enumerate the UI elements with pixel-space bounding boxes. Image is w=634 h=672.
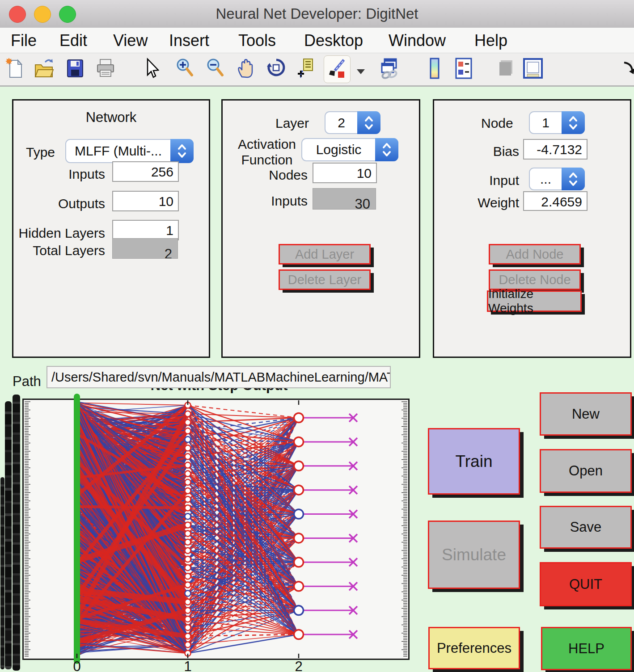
stepper-icon[interactable] (170, 139, 194, 163)
x-tick-2: 2 (285, 659, 312, 672)
hide-plot-tools-icon[interactable] (495, 57, 517, 81)
layer-label: Layer (275, 116, 309, 131)
layer-inputs-label: Inputs (223, 193, 308, 209)
show-plot-tools-dock-icon[interactable] (522, 57, 544, 81)
layer-spinner[interactable]: 2 (325, 111, 380, 134)
simulate-button[interactable]: Simulate (428, 521, 520, 589)
zoom-out-icon[interactable] (205, 57, 226, 81)
nodes-field[interactable]: 10 (313, 163, 377, 183)
path-label: Path (13, 374, 41, 390)
menu-item-view[interactable]: View (113, 31, 148, 50)
activation-function-dropdown[interactable]: Logistic (301, 138, 398, 161)
y-axis-labels-smudge (13, 395, 20, 671)
preferences-button[interactable]: Preferences (428, 627, 520, 669)
add-node-button[interactable]: Add Node (489, 244, 581, 265)
stepper-icon[interactable] (357, 111, 380, 134)
window-title: Neural Net Developer: DigitNet (0, 5, 634, 22)
weight-label: Weight (434, 195, 519, 210)
menu-item-tools[interactable]: Tools (238, 31, 276, 50)
menu-item-help[interactable]: Help (474, 31, 507, 50)
initialize-weights-button[interactable]: Initialize Weights (487, 290, 582, 312)
print-figure-icon[interactable] (95, 57, 116, 81)
layer-inputs-field: 30 (313, 188, 376, 210)
y-axis-labels-smudge (5, 401, 12, 669)
type-label: Type (26, 145, 55, 160)
rotate-3d-icon[interactable] (266, 57, 287, 81)
edit-plot-icon[interactable] (139, 57, 161, 81)
quit-button[interactable]: QUIT (540, 562, 632, 606)
node-label: Node (481, 116, 513, 131)
hidden-layers-field[interactable]: 1 (112, 220, 179, 240)
stepper-icon[interactable] (562, 111, 585, 134)
link-plot-icon[interactable] (380, 57, 402, 81)
brush-dropdown-icon[interactable] (357, 69, 365, 74)
menu-item-desktop[interactable]: Desktop (304, 31, 363, 50)
bias-label: Bias (434, 144, 519, 159)
inputs-label: Inputs (13, 167, 105, 182)
outputs-label: Outputs (13, 196, 105, 211)
data-cursor-icon[interactable] (294, 57, 316, 81)
figure-toolbar (0, 53, 634, 87)
brush-data-icon[interactable] (324, 55, 351, 83)
dock-figure-icon[interactable] (618, 57, 634, 81)
stepper-icon[interactable] (375, 138, 398, 161)
menu-bar: File Edit View Insert Tools Desktop Wind… (0, 28, 634, 53)
outputs-field[interactable]: 10 (112, 191, 179, 211)
network-panel: Network Type MLFF (Multi-... Inputs 256 … (12, 99, 210, 358)
help-button[interactable]: HELP (541, 627, 632, 670)
app-window: Neural Net Developer: DigitNet File Edit… (0, 0, 634, 672)
x-tick-0: 0 (63, 659, 90, 672)
pan-icon[interactable] (236, 57, 257, 81)
input-label: Input (434, 173, 519, 188)
open-button[interactable]: Open (540, 449, 632, 493)
total-layers-field: 2 (112, 238, 178, 259)
network-graph (24, 400, 408, 659)
hidden-layers-label: Hidden Layers (13, 226, 105, 241)
zoom-in-icon[interactable] (174, 57, 196, 81)
menu-item-window[interactable]: Window (389, 31, 446, 50)
network-panel-title: Network (13, 109, 209, 126)
y-axis-labels-smudge (0, 477, 4, 669)
x-tick-1: 1 (174, 659, 201, 672)
stepper-icon[interactable] (562, 168, 585, 190)
node-panel: Node 1 Bias -4.7132 Input ... Weight 2.4… (433, 99, 631, 358)
insert-legend-icon[interactable] (453, 57, 474, 81)
network-type-dropdown[interactable]: MLFF (Multi-... (65, 139, 194, 163)
layer-panel: Layer 2 ActivationFunction Logistic Node… (221, 99, 420, 358)
delete-layer-button[interactable]: Delete Layer (279, 269, 371, 290)
path-field[interactable]: /Users/Shared/svn/Manuals/MATLABMachineL… (46, 366, 391, 388)
insert-colorbar-icon[interactable] (424, 57, 445, 81)
weight-field[interactable]: 2.4659 (523, 191, 588, 211)
network-plot (22, 399, 410, 660)
input-spinner[interactable]: ... (529, 168, 585, 190)
inputs-field[interactable]: 256 (112, 161, 179, 182)
new-figure-icon[interactable] (4, 57, 26, 81)
new-button[interactable]: New (540, 392, 632, 436)
bias-field[interactable]: -4.7132 (523, 139, 588, 160)
node-spinner[interactable]: 1 (529, 111, 585, 134)
menu-item-edit[interactable]: Edit (59, 31, 87, 50)
total-layers-label: Total Layers (13, 243, 105, 258)
window-titlebar: Neural Net Developer: DigitNet (0, 0, 634, 28)
menu-item-file[interactable]: File (11, 31, 37, 50)
activation-function-label: ActivationFunction (233, 136, 300, 168)
train-button[interactable]: Train (428, 428, 520, 495)
menu-item-insert[interactable]: Insert (169, 31, 209, 50)
nodes-label: Nodes (223, 168, 308, 183)
save-button[interactable]: Save (540, 506, 632, 549)
save-figure-icon[interactable] (64, 57, 86, 81)
add-layer-button[interactable]: Add Layer (279, 244, 371, 265)
open-file-icon[interactable] (33, 57, 55, 81)
